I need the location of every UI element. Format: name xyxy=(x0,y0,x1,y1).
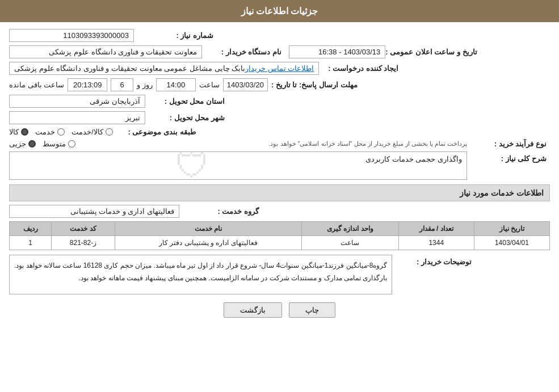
deadline-days: 6 xyxy=(111,78,133,91)
buyer-desc-label: توضیحات خریدار : xyxy=(392,255,472,266)
need-number-value: 1103093393000003 xyxy=(9,29,134,42)
announce-date-value: 1403/03/13 - 16:38 xyxy=(289,45,385,58)
creator-label: ایجاد کننده درخواست : xyxy=(319,64,398,73)
deadline-remaining-label: ساعت باقی مانده xyxy=(9,81,64,89)
deadline-time: 14:00 xyxy=(156,78,196,91)
cell-name: فعالیتهای اداره و پشتیبانی دفتر کار xyxy=(115,236,302,250)
table-header-row: تاریخ نیاز تعداد / مقدار واحد اندازه گیر… xyxy=(10,222,550,236)
deadline-remaining: 20:13:09 xyxy=(68,78,107,91)
purchase-type-label: نوع فرآیند خرید : xyxy=(467,140,547,148)
cell-row: 1 xyxy=(10,236,52,250)
radio-icon-khedmat xyxy=(57,128,65,136)
purchase-radio-group: متوسط جزیی xyxy=(9,140,75,148)
deadline-row: مهلت ارسال پاسخ: تا تاریخ : 1403/03/20 س… xyxy=(9,78,550,91)
deadline-day-label: روز و xyxy=(137,81,153,89)
purchase-note: پرداخت تمام یا بخشی از مبلغ خریدار از مح… xyxy=(81,140,467,147)
purchase-option-partial[interactable]: جزیی xyxy=(9,140,36,148)
city-label: شهر محل تحویل : xyxy=(145,113,225,122)
province-row: استان محل تحویل : آذربایجان شرقی xyxy=(9,95,550,108)
cell-code: ز-82-821 xyxy=(52,236,115,250)
creator-value: بابک چایی مشاغل عمومی معاونت تحقیقات و ف… xyxy=(14,64,245,73)
col-header-date: تاریخ نیاز xyxy=(474,222,549,236)
description-label: شرح کلی نیاز : xyxy=(467,151,547,163)
province-value: آذربایجان شرقی xyxy=(9,95,145,108)
buyer-desc-row: توضیحات خریدار : گروه8-میانگین فرزند1-می… xyxy=(9,255,550,294)
col-header-qty: تعداد / مقدار xyxy=(398,222,474,236)
category-row: طبقه بندی موضوعی : کالا/خدمت خدمت کالا xyxy=(9,128,550,136)
col-header-code: کد خدمت xyxy=(52,222,115,236)
col-header-unit: واحد اندازه گیری xyxy=(302,222,399,236)
service-group-row: گروه خدمت : فعالیتهای اداری و خدمات پشتی… xyxy=(9,205,550,218)
creator-row: ایجاد کننده درخواست : اطلاعات تماس خریدا… xyxy=(9,62,550,75)
creator-value-box: اطلاعات تماس خریدار بابک چایی مشاغل عموم… xyxy=(9,62,319,75)
print-button[interactable]: چاپ xyxy=(289,302,335,318)
description-area: واگذاری حجمی خدمات کاربردی 🛡 xyxy=(9,151,467,180)
category-option-khedmat[interactable]: خدمت xyxy=(35,128,65,136)
col-header-name: نام خدمت xyxy=(115,222,302,236)
page-title: جزئیات اطلاعات نیاز xyxy=(241,6,318,16)
services-section-header: اطلاعات خدمات مورد نیاز xyxy=(9,184,550,201)
back-button[interactable]: بازگشت xyxy=(224,302,282,318)
col-header-row: ردیف xyxy=(10,222,52,236)
deadline-time-label: ساعت xyxy=(199,81,220,89)
buyer-org-value: معاونت تحقیقات و فناوری دانشگاه علوم پزش… xyxy=(9,45,202,58)
city-row: شهر محل تحویل : تبریز xyxy=(9,111,550,124)
announce-date-label: تاریخ و ساعت اعلان عمومی : xyxy=(385,48,477,56)
cell-date: 1403/04/01 xyxy=(474,236,549,250)
buyer-announce-row: تاریخ و ساعت اعلان عمومی : 1403/03/13 - … xyxy=(9,45,550,58)
contact-link[interactable]: اطلاعات تماس خریدار xyxy=(245,64,314,73)
description-value: واگذاری حجمی خدمات کاربردی xyxy=(9,151,467,180)
content-area: شماره نیاز : 1103093393000003 تاریخ و سا… xyxy=(0,22,559,330)
watermark: 🛡 xyxy=(175,146,209,186)
purchase-type-row: نوع فرآیند خرید : پرداخت تمام یا بخشی از… xyxy=(9,140,550,148)
category-option-kala-khedmat[interactable]: کالا/خدمت xyxy=(72,128,113,136)
cell-unit: ساعت xyxy=(302,236,399,250)
radio-icon-partial xyxy=(28,140,36,147)
category-option-kala[interactable]: کالا xyxy=(9,128,28,136)
buyer-org-label: نام دستگاه خریدار : xyxy=(202,48,281,56)
table-row: 1403/04/01 1344 ساعت فعالیتهای اداره و پ… xyxy=(10,236,550,250)
buyer-desc-content: گروه8-میانگین فرزند1-میانگین سنوات4 سال-… xyxy=(9,255,392,294)
cell-qty: 1344 xyxy=(398,236,474,250)
send-deadline-label: مهلت ارسال پاسخ: تا تاریخ : xyxy=(271,81,358,89)
category-label: طبقه بندی موضوعی : xyxy=(116,128,196,136)
buyer-desc-line1: گروه8-میانگین فرزند1-میانگین سنوات4 سال-… xyxy=(14,260,387,272)
province-label: استان محل تحویل : xyxy=(145,97,225,106)
page-header: جزئیات اطلاعات نیاز xyxy=(0,0,559,22)
deadline-date: 1403/03/20 xyxy=(223,78,268,91)
radio-icon-kala xyxy=(21,128,28,136)
page-wrapper: جزئیات اطلاعات نیاز شماره نیاز : 1103093… xyxy=(0,0,559,392)
need-number-label: شماره نیاز : xyxy=(134,31,213,40)
city-value: تبریز xyxy=(9,111,145,124)
service-group-value: فعالیتهای اداری و خدمات پشتیبانی xyxy=(9,205,179,218)
button-row: چاپ بازگشت xyxy=(9,302,550,318)
description-row: شرح کلی نیاز : واگذاری حجمی خدمات کاربرد… xyxy=(9,151,550,180)
buyer-desc-line2: بارگذاری تمامی مدارک و مستندات شرکت در س… xyxy=(14,272,387,285)
radio-icon-kala-khedmat xyxy=(106,128,113,136)
need-number-row: شماره نیاز : 1103093393000003 xyxy=(9,29,550,42)
purchase-option-medium[interactable]: متوسط xyxy=(43,140,75,148)
category-radio-group: کالا/خدمت خدمت کالا xyxy=(9,128,113,136)
service-table: تاریخ نیاز تعداد / مقدار واحد اندازه گیر… xyxy=(9,221,550,250)
service-group-label: گروه خدمت : xyxy=(179,207,259,216)
radio-icon-medium xyxy=(68,140,75,147)
